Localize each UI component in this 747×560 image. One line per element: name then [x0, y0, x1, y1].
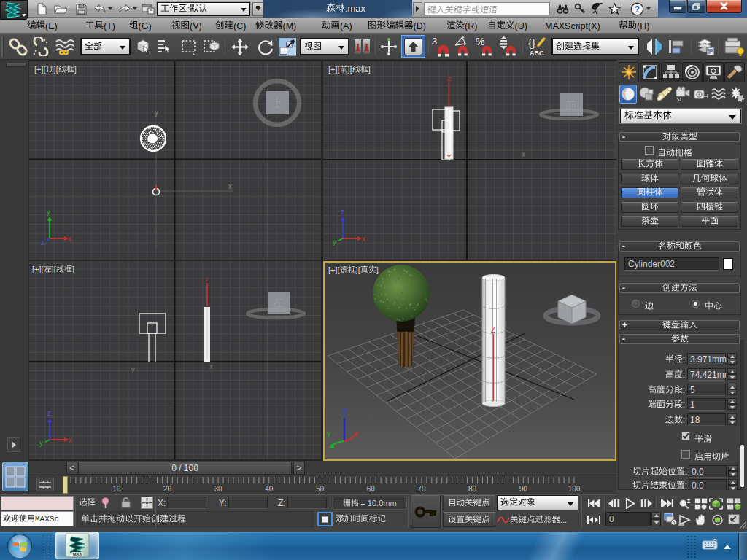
- svg-text:Z: Z: [447, 75, 452, 82]
- svg-text:MAX: MAX: [73, 552, 82, 556]
- svg-text:40: 40: [265, 485, 274, 493]
- svg-text:100: 100: [568, 485, 581, 493]
- svg-text:z: z: [47, 409, 51, 417]
- svg-text:y: y: [442, 365, 446, 373]
- svg-text:?: ?: [634, 4, 639, 15]
- svg-text:z: z: [41, 238, 44, 246]
- svg-text:90: 90: [519, 485, 528, 493]
- svg-text:50: 50: [316, 485, 325, 493]
- svg-text:x: x: [69, 436, 72, 444]
- svg-text:Z: Z: [491, 326, 495, 334]
- svg-text:ABC: ABC: [530, 50, 544, 57]
- svg-text:x: x: [538, 365, 542, 373]
- svg-text:80: 80: [468, 485, 477, 493]
- svg-text:60: 60: [367, 485, 376, 493]
- svg-text:z: z: [341, 208, 344, 216]
- svg-text:y: y: [155, 109, 158, 117]
- svg-text:70: 70: [417, 485, 426, 493]
- svg-text:20: 20: [163, 485, 172, 493]
- svg-text:%: %: [476, 36, 484, 47]
- svg-text:y: y: [333, 238, 336, 246]
- svg-text:y: y: [47, 208, 50, 216]
- svg-text:y: y: [327, 429, 331, 438]
- svg-text:x: x: [228, 182, 232, 190]
- svg-text:z: z: [205, 276, 209, 283]
- svg-text:30: 30: [214, 485, 223, 493]
- svg-text:3: 3: [432, 36, 437, 47]
- svg-text:x: x: [68, 235, 71, 243]
- svg-text:x: x: [522, 150, 525, 158]
- svg-text:Z: Z: [342, 408, 347, 416]
- svg-text:y: y: [131, 365, 135, 373]
- svg-text:x: x: [362, 235, 365, 243]
- svg-text:{}: {}: [528, 36, 535, 49]
- svg-text:10: 10: [112, 485, 121, 493]
- svg-text:x: x: [209, 362, 213, 370]
- svg-text:y: y: [39, 439, 43, 447]
